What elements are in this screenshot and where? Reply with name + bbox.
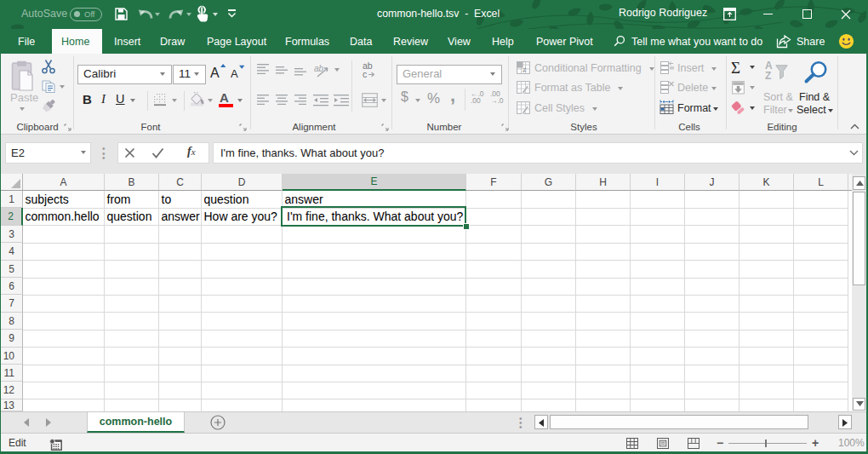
svg-text:c: c	[363, 69, 367, 78]
svg-text:≠: ≠	[523, 66, 527, 74]
